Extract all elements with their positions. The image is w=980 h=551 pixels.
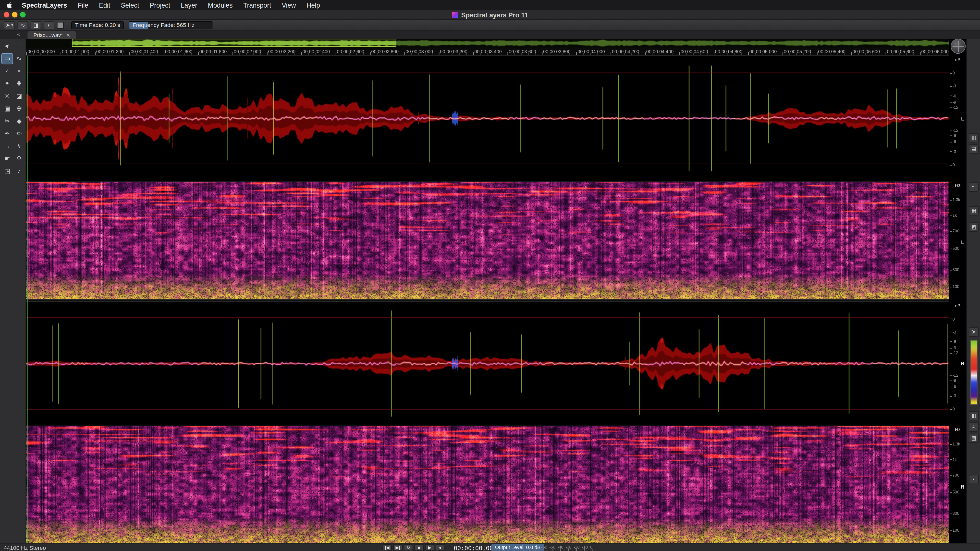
frequency-fade-field[interactable]: Frequency Fade: 565 Hz	[129, 21, 213, 29]
pointer-tool[interactable]: ➤	[0, 39, 14, 54]
meter-display-button[interactable]: ▤	[969, 144, 979, 154]
move-tool[interactable]: ↔	[2, 141, 13, 151]
pen-tool[interactable]: ✒	[2, 129, 13, 139]
db-tick-label: -3	[950, 84, 956, 88]
macos-menu-bar: SpectraLayers FileEditSelectProjectLayer…	[0, 0, 980, 10]
color-swatch[interactable]	[57, 22, 64, 29]
scroll-lock-button[interactable]: ▪	[969, 475, 979, 484]
display-split-button[interactable]: ◩	[969, 222, 979, 232]
ruler-minor-tick	[452, 53, 453, 55]
menu-transport[interactable]: Transport	[243, 1, 271, 9]
panel-divider[interactable]	[26, 299, 966, 302]
menu-select[interactable]: Select	[121, 1, 139, 9]
overview-visible-range[interactable]	[72, 39, 396, 47]
menu-file[interactable]: File	[78, 1, 88, 9]
ruler-tick	[783, 52, 783, 55]
hz-tick-label: 1.3k	[950, 442, 960, 446]
ruler-tick-label: 00:00:01.800	[199, 49, 227, 54]
waveform-canvas-left[interactable]	[26, 56, 949, 181]
eraser-tool[interactable]: ◪	[14, 91, 24, 101]
rectangular-selection-tool[interactable]: ▭	[2, 54, 13, 64]
go-to-end-button[interactable]: ▶|	[393, 544, 402, 551]
pencil-tool[interactable]: ✏	[14, 129, 24, 139]
document-tab-bar: « Priso....wav* ✕	[0, 30, 980, 39]
ruler-minor-tick	[47, 53, 48, 55]
pan-zoom-navigator[interactable]	[951, 39, 966, 54]
menu-layer[interactable]: Layer	[181, 1, 197, 9]
record-button[interactable]: ●	[436, 544, 445, 551]
waveform-canvas-right[interactable]	[26, 302, 949, 426]
ruler-tick	[679, 52, 680, 55]
spectrogram-canvas-left[interactable]	[26, 182, 949, 299]
ruler-minor-tick	[638, 53, 639, 55]
meter-tick-label: -20	[574, 545, 580, 549]
go-to-start-button[interactable]: |◀	[382, 544, 392, 551]
lasso-selection-tool[interactable]: ∿	[14, 54, 24, 64]
gain-scale-button[interactable]: ◬	[969, 422, 979, 432]
measure-tool[interactable]: #	[14, 141, 24, 151]
ruler-minor-tick	[418, 53, 419, 55]
dotted-selection-tool[interactable]: ▫	[14, 66, 24, 76]
ruler-minor-tick	[789, 53, 790, 55]
contrast-toggle[interactable]: ◐	[44, 21, 54, 29]
ruler-minor-tick	[177, 53, 178, 55]
cube-view-tool[interactable]: ◳	[2, 166, 13, 176]
panel-expand-button[interactable]: ➤	[969, 327, 979, 337]
ruler-tick	[26, 52, 27, 55]
adjustment-tool[interactable]: ✳	[2, 91, 13, 101]
hz-tick-label: 300	[950, 511, 959, 516]
ruler-tick-label: 00:00:05.800	[887, 49, 914, 54]
ruler-minor-tick	[824, 53, 824, 55]
waveform-zoom-button[interactable]: ∿	[969, 183, 979, 192]
db-tick-label: 0	[950, 316, 955, 321]
output-level-control[interactable]: Output Level: 0.0 dB	[491, 544, 544, 551]
waveform-display-toggle[interactable]: ∿	[18, 21, 28, 29]
play-button[interactable]: ▶	[425, 544, 434, 551]
playback-tool[interactable]: ♪	[14, 166, 24, 176]
tab-scroll-back-icon[interactable]: «	[17, 31, 20, 38]
spectrogram-canvas-right[interactable]	[26, 426, 949, 543]
spectrogram-settings-button[interactable]: ▦	[969, 206, 979, 216]
loop-button[interactable]: ↻	[404, 544, 413, 551]
stop-button[interactable]: ■	[414, 544, 423, 551]
clone-stamp-tool[interactable]: ▣	[2, 103, 13, 114]
snapshot-button[interactable]: ▧	[969, 433, 979, 443]
crosshair-tool[interactable]: ✚	[14, 79, 24, 89]
time-ruler[interactable]: 00:00:00.80000:00:01.00000:00:01.20000:0…	[26, 48, 949, 56]
time-selection-tool[interactable]: ⌶	[14, 41, 24, 51]
document-tab[interactable]: Priso....wav* ✕	[27, 31, 76, 39]
colormap-edit-button[interactable]: ◧	[969, 411, 979, 421]
menu-edit[interactable]: Edit	[99, 1, 110, 9]
zoom-tool[interactable]: ⚲	[14, 154, 24, 164]
brush-selection-tool[interactable]: ∕	[2, 66, 13, 76]
db-tick-label: -12	[950, 373, 958, 377]
amplitude-colormap-legend[interactable]	[970, 340, 978, 405]
apple-menu[interactable]	[6, 2, 13, 8]
layout-toggle[interactable]: ◨	[30, 21, 41, 29]
menu-project[interactable]: Project	[150, 1, 170, 9]
magic-wand-tool[interactable]: ✦	[2, 79, 13, 89]
ruler-minor-tick	[239, 53, 240, 55]
ruler-tick	[645, 52, 646, 55]
hand-tool[interactable]: ☛	[2, 154, 13, 164]
tool-options-dropdown[interactable]: ➤▾	[4, 21, 15, 29]
ruler-tick	[920, 52, 921, 55]
ruler-minor-tick	[686, 53, 687, 55]
tab-close-icon[interactable]: ✕	[66, 32, 70, 38]
ruler-tick	[60, 52, 61, 55]
cut-tool[interactable]: ✂	[2, 116, 13, 126]
picker-tool[interactable]: ◆	[14, 116, 24, 126]
ruler-minor-tick	[185, 53, 185, 55]
channel-link-button[interactable]: ▥	[969, 133, 979, 142]
menu-modules[interactable]: Modules	[208, 1, 232, 9]
heal-tool[interactable]: ✙	[14, 103, 24, 114]
menu-help[interactable]: Help	[307, 1, 320, 9]
ruler-minor-tick	[253, 53, 254, 55]
time-fade-field[interactable]: Time Fade: 0.20 s	[71, 21, 124, 29]
ruler-tick-label: 00:00:03.600	[509, 49, 536, 54]
menu-view[interactable]: View	[282, 1, 296, 9]
ruler-tick	[473, 52, 474, 55]
db-tick-label: -9	[950, 100, 956, 105]
waveform-icon: ∿	[21, 22, 25, 28]
active-app-name[interactable]: SpectraLayers	[22, 1, 67, 9]
